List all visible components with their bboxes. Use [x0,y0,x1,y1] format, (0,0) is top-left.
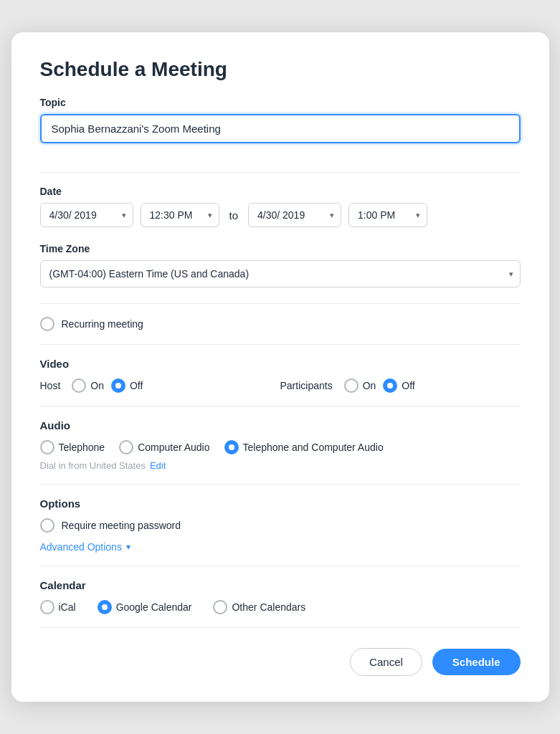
computer-audio-label: Computer Audio [138,442,209,453]
audio-section-title: Audio [40,419,521,432]
participants-video-group: Participants On Off [280,378,521,393]
advanced-options-row[interactable]: Advanced Options ▾ [40,541,521,553]
recurring-label: Recurring meeting [62,318,143,330]
both-audio-option[interactable]: Telephone and Computer Audio [224,440,384,454]
other-calendars-label: Other Calendars [232,601,305,613]
cancel-button[interactable]: Cancel [350,648,422,676]
recurring-radio[interactable] [40,317,54,331]
date-row: 4/30/ 2019 ▾ 12:30 PM ▾ to 4/30/ 2019 ▾ … [40,203,521,227]
google-calendar-option[interactable]: Google Calendar [98,600,192,614]
calendar-section-title: Calendar [40,579,521,591]
divider-after-topic [40,172,521,173]
divider-after-options [40,566,521,566]
page-title: Schedule a Meeting [40,58,521,81]
advanced-options-chevron-icon: ▾ [126,542,130,552]
divider-after-video [40,406,521,406]
schedule-button[interactable]: Schedule [432,649,521,675]
password-row: Require meeting password [40,518,521,533]
divider-after-timezone [40,303,521,304]
google-calendar-radio[interactable] [98,600,112,614]
end-date-select[interactable]: 4/30/ 2019 [248,203,341,227]
computer-audio-radio[interactable] [119,440,133,454]
topic-input[interactable] [40,114,521,143]
timezone-select[interactable]: (GMT-04:00) Eastern Time (US and Canada) [40,260,521,287]
options-section: Options Require meeting password Advance… [40,497,521,553]
start-time-wrapper[interactable]: 12:30 PM ▾ [141,203,219,227]
other-calendars-option[interactable]: Other Calendars [213,600,305,614]
button-row: Cancel Schedule [40,648,521,676]
end-time-wrapper[interactable]: 1:00 PM ▾ [348,203,427,227]
date-label: Date [40,186,521,197]
both-audio-label: Telephone and Computer Audio [243,442,384,453]
telephone-option[interactable]: Telephone [40,440,105,454]
topic-label: Topic [40,97,521,108]
participants-on-option[interactable]: On [344,378,376,393]
start-time-select[interactable]: 12:30 PM [141,203,219,227]
video-section-title: Video [40,358,521,370]
ical-radio[interactable] [40,600,54,614]
participants-off-radio[interactable] [383,378,397,393]
participants-off-option[interactable]: Off [383,378,414,393]
divider-after-calendar [40,627,521,628]
host-off-radio[interactable] [111,378,125,393]
host-on-label: On [90,380,104,391]
dial-in-text: Dial in from United States [40,460,146,471]
host-label: Host [40,380,61,391]
other-calendars-radio[interactable] [213,600,227,614]
video-row: Host On Off Participants On Of [40,378,521,393]
password-checkbox[interactable] [40,518,54,533]
participants-on-radio[interactable] [344,378,359,393]
audio-options: Telephone Computer Audio Telephone and C… [40,440,521,454]
calendar-options: iCal Google Calendar Other Calendars [40,600,521,614]
start-date-wrapper[interactable]: 4/30/ 2019 ▾ [40,203,133,227]
host-off-label: Off [130,380,143,391]
ical-label: iCal [59,601,76,613]
divider-after-recurring [40,344,521,345]
divider-after-audio [40,484,521,485]
participants-off-label: Off [402,380,414,391]
computer-audio-option[interactable]: Computer Audio [119,440,209,454]
host-on-option[interactable]: On [72,378,104,393]
end-date-wrapper[interactable]: 4/30/ 2019 ▾ [248,203,341,227]
participants-label: Participants [280,380,333,391]
timezone-label: Time Zone [40,243,521,254]
end-time-select[interactable]: 1:00 PM [348,203,427,227]
timezone-section: Time Zone (GMT-04:00) Eastern Time (US a… [40,243,521,287]
schedule-meeting-modal: Schedule a Meeting Topic Date 4/30/ 2019… [11,32,549,702]
dial-in-row: Dial in from United States Edit [40,460,521,471]
start-date-select[interactable]: 4/30/ 2019 [40,203,133,227]
timezone-wrapper[interactable]: (GMT-04:00) Eastern Time (US and Canada)… [40,260,521,287]
audio-section: Audio Telephone Computer Audio Telephone… [40,419,521,471]
host-off-option[interactable]: Off [111,378,143,393]
password-label: Require meeting password [62,520,181,531]
video-section: Video Host On Off Participants On [40,358,521,393]
telephone-radio[interactable] [40,440,54,454]
edit-link[interactable]: Edit [150,460,166,471]
recurring-row: Recurring meeting [40,317,521,331]
to-label: to [227,209,242,221]
host-on-radio[interactable] [72,378,86,393]
calendar-section: Calendar iCal Google Calendar Other Cale… [40,579,521,614]
both-audio-radio[interactable] [224,440,239,454]
participants-on-label: On [363,380,376,391]
ical-option[interactable]: iCal [40,600,76,614]
telephone-label: Telephone [59,442,105,453]
host-video-group: Host On Off [40,378,280,393]
advanced-options-link[interactable]: Advanced Options [40,541,122,553]
options-section-title: Options [40,497,521,510]
google-calendar-label: Google Calendar [116,601,192,613]
